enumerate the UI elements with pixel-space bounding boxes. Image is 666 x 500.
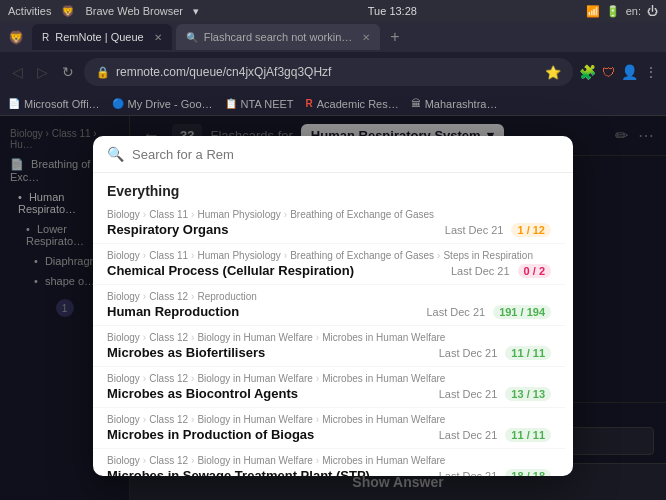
battery-icon: 🔋: [606, 5, 620, 18]
modal-item-progress: 11 / 11: [505, 346, 551, 360]
app-content: Biology › Class 11 › Hu… 📄 Breathing of …: [0, 116, 666, 500]
path-segment: Biology in Human Welfare: [197, 373, 312, 384]
modal-list-item[interactable]: Biology › Class 11 › Human Physiology › …: [93, 203, 565, 244]
bookmark-label-maharashtra: Maharashtra…: [425, 98, 498, 110]
modal-list-item[interactable]: Biology › Class 12 › Biology in Human We…: [93, 408, 565, 449]
modal-item-row: Microbes as Biofertilisers Last Dec 21 1…: [107, 345, 551, 360]
browser-name-label: Brave Web Browser: [85, 5, 183, 17]
modal-items-list: Biology › Class 11 › Human Physiology › …: [93, 203, 565, 476]
tab-close-remnote[interactable]: ✕: [154, 32, 162, 43]
bookmark-microsoft[interactable]: 📄 Microsoft Offi…: [8, 98, 100, 110]
modal-item-progress: 13 / 13: [505, 387, 551, 401]
path-separator: ›: [284, 250, 287, 261]
path-segment: Class 12: [149, 373, 188, 384]
path-separator: ›: [143, 291, 146, 302]
bookmark-label-nta: NTA NEET: [241, 98, 294, 110]
url-bar[interactable]: 🔒 remnote.com/queue/cn4jxQjAf3gq3QHzf ⭐: [84, 58, 573, 86]
tab-favicon-flashcard: 🔍: [186, 32, 198, 43]
modal-list-item[interactable]: Biology › Class 12 › Biology in Human We…: [93, 367, 565, 408]
modal-item-meta: Last Dec 21 11 / 11: [439, 428, 551, 442]
modal-item-progress: 11 / 11: [505, 428, 551, 442]
bookmark-star-icon[interactable]: ⭐: [545, 65, 561, 80]
path-separator: ›: [143, 373, 146, 384]
bookmark-drive[interactable]: 🔵 My Drive - Goo…: [112, 98, 213, 110]
browser-toolbar-actions: 🧩 🛡 👤 ⋮: [579, 64, 658, 80]
path-separator: ›: [437, 250, 440, 261]
modal-item-path: Biology › Class 11 › Human Physiology › …: [107, 250, 551, 261]
bookmark-label-drive: My Drive - Goo…: [128, 98, 213, 110]
path-separator: ›: [143, 455, 146, 466]
modal-list-item[interactable]: Biology › Class 12 › Biology in Human We…: [93, 326, 565, 367]
path-segment: Biology: [107, 414, 140, 425]
brave-shield-icon[interactable]: 🛡: [602, 65, 615, 80]
modal-item-date: Last Dec 21: [426, 306, 485, 318]
modal-item-path: Biology › Class 12 › Reproduction: [107, 291, 551, 302]
extensions-icon[interactable]: 🧩: [579, 64, 596, 80]
modal-list-item[interactable]: Biology › Class 12 › Reproduction Human …: [93, 285, 565, 326]
forward-nav-button[interactable]: ▷: [33, 60, 52, 84]
path-segment: Human Physiology: [197, 209, 280, 220]
bookmark-icon-microsoft: 📄: [8, 98, 20, 109]
path-segment: Biology: [107, 373, 140, 384]
modal-item-title: Microbes in Sewage Treatment Plant (STP): [107, 468, 370, 476]
path-segment: Microbes in Human Welfare: [322, 332, 445, 343]
path-segment: Biology: [107, 209, 140, 220]
main-area: ← 33 Flashcards for Human Respiratory Sy…: [130, 116, 666, 500]
path-segment: Biology: [107, 250, 140, 261]
bookmark-academic[interactable]: R Academic Res…: [306, 98, 399, 110]
path-segment: Class 11: [149, 250, 188, 261]
path-segment: Biology: [107, 332, 140, 343]
bookmarks-bar: 📄 Microsoft Offi… 🔵 My Drive - Goo… 📋 NT…: [0, 92, 666, 116]
path-segment: Microbes in Human Welfare: [322, 455, 445, 466]
path-segment: Biology in Human Welfare: [197, 414, 312, 425]
tab-remnote[interactable]: R RemNote | Queue ✕: [32, 24, 172, 50]
path-separator: ›: [316, 373, 319, 384]
tab-close-flashcard[interactable]: ✕: [362, 32, 370, 43]
path-separator: ›: [191, 332, 194, 343]
profile-icon[interactable]: 👤: [621, 64, 638, 80]
modal-item-path: Biology › Class 12 › Biology in Human We…: [107, 373, 551, 384]
path-separator: ›: [143, 250, 146, 261]
modal-item-progress: 1 / 12: [511, 223, 551, 237]
path-separator: ›: [316, 414, 319, 425]
bookmark-icon-maharashtra: 🏛: [411, 98, 421, 109]
modal-list-item[interactable]: Biology › Class 11 › Human Physiology › …: [93, 244, 565, 285]
bookmark-nta[interactable]: 📋 NTA NEET: [225, 98, 294, 110]
modal-item-meta: Last Dec 21 0 / 2: [451, 264, 551, 278]
path-separator: ›: [316, 332, 319, 343]
modal-list-item[interactable]: Biology › Class 12 › Biology in Human We…: [93, 449, 565, 476]
path-separator: ›: [191, 414, 194, 425]
path-separator: ›: [191, 455, 194, 466]
path-separator: ›: [143, 414, 146, 425]
modal-section-title: Everything: [93, 173, 565, 203]
path-segment: Microbes in Human Welfare: [322, 373, 445, 384]
path-segment: Class 12: [149, 332, 188, 343]
wifi-icon: 📶: [586, 5, 600, 18]
tab-flashcard[interactable]: 🔍 Flashcard search not workin… ✕: [176, 24, 381, 50]
tab-label-flashcard: Flashcard search not workin…: [204, 31, 353, 43]
bookmark-maharashtra[interactable]: 🏛 Maharashtra…: [411, 98, 498, 110]
modal-search-input[interactable]: [132, 147, 559, 162]
url-bar-row: ◁ ▷ ↻ 🔒 remnote.com/queue/cn4jxQjAf3gq3Q…: [0, 52, 666, 92]
back-nav-button[interactable]: ◁: [8, 60, 27, 84]
modal-item-date: Last Dec 21: [439, 429, 498, 441]
modal-item-title: Microbes as Biocontrol Agents: [107, 386, 298, 401]
path-segment: Biology in Human Welfare: [197, 332, 312, 343]
language-indicator: en:: [626, 5, 641, 17]
os-menu-chevron: ▾: [193, 5, 199, 18]
bookmark-label-microsoft: Microsoft Offi…: [24, 98, 100, 110]
modal-item-path: Biology › Class 12 › Biology in Human We…: [107, 332, 551, 343]
activities-label[interactable]: Activities: [8, 5, 51, 17]
menu-button[interactable]: ⋮: [644, 64, 658, 80]
path-segment: Breathing of Exchange of Gases: [290, 250, 434, 261]
modal-item-row: Microbes in Sewage Treatment Plant (STP)…: [107, 468, 551, 476]
modal-item-title: Microbes in Production of Biogas: [107, 427, 314, 442]
reload-button[interactable]: ↻: [58, 60, 78, 84]
modal-item-meta: Last Dec 21 11 / 11: [439, 346, 551, 360]
modal-item-row: Chemical Process (Cellular Respiration) …: [107, 263, 551, 278]
modal-item-title: Chemical Process (Cellular Respiration): [107, 263, 354, 278]
new-tab-button[interactable]: +: [384, 28, 405, 46]
search-modal: 🔍 Everything Biology › Class 11 › Human …: [93, 136, 573, 476]
path-separator: ›: [143, 209, 146, 220]
modal-search-row: 🔍: [93, 136, 573, 173]
